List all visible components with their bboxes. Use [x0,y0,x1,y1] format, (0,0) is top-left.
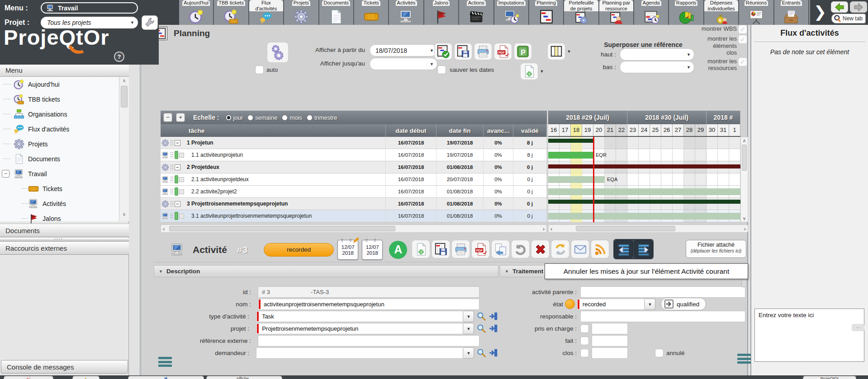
toolbar-overflow-chevron-icon[interactable]: ❯ [810,0,830,25]
search-icon[interactable] [476,311,486,321]
name-input[interactable]: activiteunprojettroisenmemetempsqueproje… [258,299,479,310]
column-header-date-fin[interactable]: date fin [436,124,484,137]
goto-icon[interactable] [489,348,498,358]
save-planning-button[interactable] [454,43,472,60]
attach-file-button[interactable]: Fichier attaché (déplacer les fichiers i… [686,240,746,258]
gantt-bar-row3[interactable] [548,176,605,183]
history-forward-button[interactable] [850,1,867,13]
table-row-3-projettroisenmemetempsqueprojetun[interactable]: −3 Projettroisenmemetempsqueprojetun16/0… [161,198,547,210]
section-drag-handle[interactable] [158,357,172,367]
scale-option-jour[interactable]: jour [226,114,243,121]
scroll-down-icon[interactable]: ∨ [741,215,748,221]
save-dates-checkbox[interactable] [437,66,446,74]
row-expander[interactable]: − [175,164,180,170]
table-horizontal-scrollbar[interactable]: ‹ › [161,225,547,233]
tab-actions[interactable]: Actions [459,0,494,25]
tab-tickets[interactable]: Tickets [354,0,389,25]
treatment-section-header[interactable]: ▼ Traitement [500,265,545,277]
project-field-select[interactable]: Projettroisenmemetempsqueprojetun [256,323,463,334]
tab-jalons[interactable]: Jalons [424,0,459,25]
sidebar-item-travail[interactable]: −Travail [0,166,119,181]
recalculate-planning-button[interactable] [267,42,289,63]
sidebar-item-organisations[interactable]: Organisations [0,107,119,122]
row-checkbox[interactable] [179,214,184,219]
cancelled-checkbox[interactable] [655,349,664,357]
table-row-2-projetdeux[interactable]: −2 Projetdeux16/07/201801/08/20180%0 j [161,161,547,173]
scroll-left-icon[interactable]: ‹ [550,225,552,232]
column-header-valid[interactable]: validé [513,124,547,137]
taskbar-tab[interactable]: $ [72,376,100,379]
done-checkbox[interactable] [580,337,589,345]
gantt-bar-row2[interactable] [548,164,740,168]
tab-agenda[interactable]: Agenda [634,0,669,25]
refresh-button[interactable] [551,240,569,258]
create-button[interactable] [412,240,430,258]
sidebar-item-flux-d-activit-s[interactable]: Flux d'activités [0,122,119,136]
column-header-date-d-but[interactable]: date début [386,124,436,137]
delete-button[interactable] [531,240,550,258]
table-row-1-projetun[interactable]: −1 Projetun16/07/201819/07/20180%8 j [161,137,547,149]
state-select[interactable]: recorded [577,299,645,310]
sidebar-section-documents[interactable]: Documents [0,224,129,237]
tab-planning[interactable]: Planning [529,0,564,25]
column-header-avanc[interactable]: avanc... [484,124,513,137]
scroll-thumb[interactable] [121,86,128,108]
sidebar-section-console[interactable]: Console de messages [1,360,128,374]
taskbar-tab[interactable]: PDF [4,376,53,379]
chevron-down-icon[interactable]: ▼ [463,323,474,334]
search-icon[interactable] [476,323,486,333]
scroll-thumb[interactable] [742,145,747,171]
scroll-up-icon[interactable]: ∧ [741,138,748,144]
column-header-t-che[interactable]: tâche [185,124,386,137]
sidebar-item-aujourd-hui[interactable]: Aujourd'hui [0,77,119,92]
sidebar-item-tickets[interactable]: Tickets [0,181,119,196]
tab-flux-d-activit-s[interactable]: Flux d'activités [249,0,284,25]
gantt-bar-row0[interactable] [548,139,593,143]
radio-icon[interactable] [247,115,253,121]
gantt-bar-row6[interactable] [548,213,740,220]
row-expander[interactable]: − [175,140,180,146]
taskbar-tab[interactable]: Affiche... [206,376,282,379]
gantt-bar-row1[interactable] [548,152,593,159]
chevron-down-icon[interactable]: ▼ [463,311,474,322]
gantt-vertical-scrollbar[interactable]: ∧ ∨ [740,137,748,222]
start-date-chip[interactable]: 12/072018 [337,240,358,260]
tab-tbb-tickets[interactable]: TBB tickets [214,0,249,25]
radio-icon[interactable] [307,115,313,121]
sidebar-item-projets[interactable]: Projets [0,136,119,151]
section-drag-handle[interactable] [737,354,751,364]
sidebar-main-splitter[interactable] [129,25,141,375]
chevron-down-icon[interactable]: ▼ [463,347,474,359]
tab-documents[interactable]: Documents [319,0,354,25]
next-state-button[interactable]: qualified [661,298,706,310]
export-pdf-button[interactable]: PDF [494,43,512,60]
handled-date-input[interactable] [592,323,628,334]
gantt-horizontal-scrollbar[interactable]: ‹ › [548,225,748,233]
reference-top-select[interactable]: ▼ [620,48,694,61]
project-admin-button[interactable] [142,15,158,30]
sidebar-section-raccourcis[interactable]: Raccourcis externes [0,241,129,255]
resize-handle[interactable]: ... [852,324,864,331]
reference-bottom-select[interactable]: ▼ [620,61,694,73]
responsible-input[interactable] [580,311,745,322]
chevron-down-icon[interactable]: ▼ [565,44,573,59]
auto-checkbox[interactable] [255,66,264,74]
sidebar-item-tbb-tickets[interactable]: TBB tickets [0,92,119,107]
scroll-thumb[interactable] [169,226,395,231]
menu-select[interactable]: Travail [41,2,138,14]
table-row-1-1-activiteunprojetun[interactable]: 1.1 activiteunprojetun16/07/201819/07/20… [161,149,547,161]
chevron-down-icon[interactable]: ▼ [645,299,655,310]
export-pdf-button[interactable]: PDF [471,240,490,258]
row-checkbox[interactable] [179,189,184,194]
tab-entrants[interactable]: Entrants [774,0,809,25]
gantt-bar-row5[interactable] [548,200,740,204]
subscribe-button[interactable] [591,240,609,258]
note-input[interactable]: Entrez votre texte ici [754,309,864,362]
history-back-button[interactable] [831,1,848,13]
tab-aujourd-hui[interactable]: Aujourd'hui [179,0,214,25]
export-msproject-button[interactable]: P [514,43,532,60]
previous-item-button[interactable] [614,240,633,258]
scale-option-semaine[interactable]: semaine [247,114,277,121]
closed-checkbox[interactable] [580,349,589,357]
scroll-right-icon[interactable]: › [543,225,545,232]
